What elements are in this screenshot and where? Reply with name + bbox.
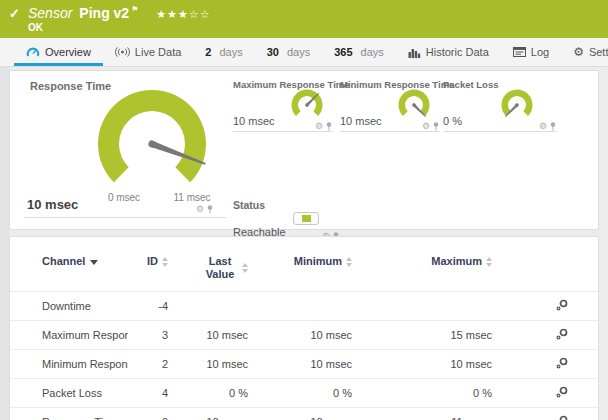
- channel-maximum: [352, 292, 492, 321]
- sensor-title-line: SensorPing v2⚑ ★★★☆☆: [28, 5, 211, 21]
- bar-chart-icon: [408, 47, 421, 58]
- tab-2-days-number: 2: [205, 46, 211, 58]
- channel-minimum: 10 msec: [248, 350, 352, 379]
- col-header-channel[interactable]: Channel: [10, 241, 128, 292]
- channel-settings-icon[interactable]: ⚙: [422, 122, 430, 131]
- col-header-id[interactable]: ID: [128, 241, 168, 292]
- overview-panel: Response Time 0 msec 11 msec 10 msec ⚙ M…: [9, 70, 599, 230]
- channel-maximum: 0 %: [352, 379, 492, 408]
- channel-id: 4: [128, 379, 168, 408]
- channel-maximum: 15 msec: [352, 321, 492, 350]
- tab-2-days-unit: days: [219, 46, 242, 58]
- channel-name[interactable]: Downtime: [10, 292, 128, 321]
- channel-minimum: 10 msec: [248, 408, 352, 420]
- col-header-last-value[interactable]: Last Value: [168, 241, 248, 292]
- card-actions: ⚙: [196, 205, 213, 214]
- card-divider: [443, 131, 557, 132]
- max-response-time-card: Maximum Response Time 10 msec ⚙: [233, 79, 333, 133]
- channel-name[interactable]: Packet Loss: [10, 379, 128, 408]
- channel-settings-icon[interactable]: ⚙: [539, 122, 547, 131]
- stars-filled[interactable]: ★★★: [156, 8, 189, 20]
- col-header-id-label: ID: [147, 255, 158, 267]
- tab-historic-data-label: Historic Data: [426, 46, 489, 58]
- sort-icon: [242, 263, 248, 273]
- status-indicator: [293, 212, 319, 225]
- status-check-icon: ✓: [9, 6, 20, 21]
- table-row: Minimum Response Time 2 10 msec 10 msec …: [10, 350, 598, 379]
- channel-last-value: [168, 292, 248, 321]
- channel-name[interactable]: Minimum Response Time: [10, 350, 128, 379]
- gauge-icon: [26, 46, 40, 58]
- table-row: Downtime -4: [10, 292, 598, 321]
- edit-channel-icon[interactable]: [556, 415, 568, 420]
- col-header-minimum-label: Minimum: [294, 255, 342, 267]
- stars-empty[interactable]: ☆☆: [189, 8, 211, 20]
- col-header-maximum[interactable]: Maximum: [352, 241, 492, 292]
- tab-historic-data[interactable]: Historic Data: [396, 38, 501, 66]
- tab-log[interactable]: Log: [501, 38, 561, 66]
- max-response-time-value: 10 msec: [233, 115, 275, 127]
- channel-id: 2: [128, 350, 168, 379]
- max-response-time-gauge: [289, 88, 325, 122]
- col-header-last-value-label: Last Value: [202, 255, 238, 281]
- channel-name[interactable]: Response Time: [10, 408, 128, 420]
- col-header-minimum[interactable]: Minimum: [248, 241, 352, 292]
- tab-overview[interactable]: Overview: [14, 38, 103, 66]
- card-actions: ⚙: [422, 122, 439, 131]
- tab-365-days-unit: days: [361, 46, 384, 58]
- card-divider: [24, 217, 226, 218]
- table-row: Response Time 0 10 msec 10 msec 11 msec: [10, 408, 598, 420]
- tab-live-data[interactable]: Live Data: [103, 38, 193, 66]
- channel-settings-icon[interactable]: ⚙: [315, 122, 323, 131]
- col-header-maximum-label: Maximum: [431, 255, 482, 267]
- channel-settings-icon[interactable]: ⚙: [196, 205, 204, 214]
- tab-30-days-unit: days: [287, 46, 310, 58]
- tab-settings-label: Settings: [589, 46, 608, 58]
- tab-30-days-number: 30: [267, 46, 279, 58]
- channel-edit-cell: [492, 321, 598, 350]
- channel-edit-cell: [492, 379, 598, 408]
- sensor-type-label: Sensor: [28, 5, 72, 21]
- edit-channel-icon[interactable]: [556, 328, 568, 342]
- col-header-channel-label: Channel: [42, 255, 85, 267]
- gauge-scale-max: 11 msec: [162, 192, 222, 203]
- response-time-value: 10 msec: [27, 197, 78, 212]
- tab-2-days[interactable]: 2 days: [193, 38, 254, 66]
- channel-edit-cell: [492, 292, 598, 321]
- pin-icon[interactable]: [207, 205, 213, 214]
- tab-365-days[interactable]: 365 days: [322, 38, 396, 66]
- sort-icon: [162, 257, 168, 267]
- channel-maximum: 11 msec: [352, 408, 492, 420]
- channel-last-value: 10 msec: [168, 408, 248, 420]
- edit-channel-icon[interactable]: [556, 299, 568, 313]
- edit-channel-icon[interactable]: [556, 386, 568, 400]
- response-time-gauge: [87, 83, 217, 203]
- edit-channel-icon[interactable]: [556, 357, 568, 371]
- packet-loss-card: Packet Loss 0 % ⚙: [443, 79, 557, 133]
- sensor-page: ✓ SensorPing v2⚑ ★★★☆☆ OK Overview Live …: [0, 0, 608, 420]
- priority-flag-icon[interactable]: ⚑: [131, 5, 138, 14]
- priority-stars[interactable]: ★★★☆☆: [156, 8, 210, 20]
- card-divider: [340, 131, 440, 132]
- channel-last-value: 10 msec: [168, 350, 248, 379]
- pin-icon[interactable]: [550, 122, 556, 131]
- pin-icon[interactable]: [433, 122, 439, 131]
- channel-edit-cell: [492, 350, 598, 379]
- channel-minimum: [248, 292, 352, 321]
- channel-table-panel: Channel ID Last Value Minimum Maximum Do…: [9, 236, 599, 420]
- channel-last-value: 0 %: [168, 379, 248, 408]
- sort-icon: [346, 257, 352, 267]
- channel-maximum: 10 msec: [352, 350, 492, 379]
- pin-icon[interactable]: [326, 122, 332, 131]
- table-row: Maximum Response Ti... 3 10 msec 10 msec…: [10, 321, 598, 350]
- sort-icon: [486, 257, 492, 267]
- tab-settings[interactable]: ⚙ Settings: [561, 38, 608, 66]
- table-row: Packet Loss 4 0 % 0 % 0 %: [10, 379, 598, 408]
- sort-desc-icon: [90, 260, 98, 265]
- channel-minimum: 0 %: [248, 379, 352, 408]
- sensor-title: Ping v2: [79, 5, 129, 21]
- settings-gear-icon: ⚙: [573, 45, 584, 59]
- tab-30-days[interactable]: 30 days: [255, 38, 323, 66]
- live-signal-icon: [115, 47, 130, 57]
- channel-name[interactable]: Maximum Response Ti...: [10, 321, 128, 350]
